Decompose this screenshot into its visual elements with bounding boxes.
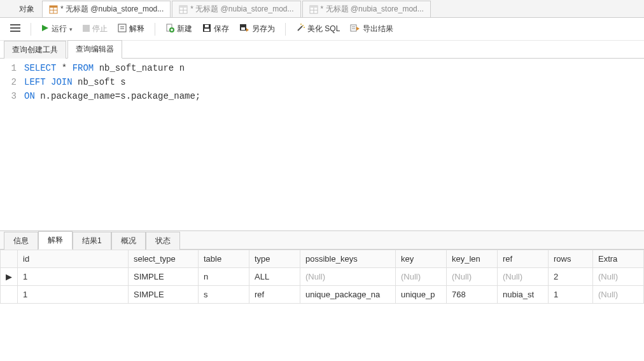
tab-query-builder[interactable]: 查询创建工具 bbox=[4, 41, 66, 59]
svg-marker-15 bbox=[42, 25, 48, 31]
window-tabs: 对象 * 无标题 @nubia_store_mod... * 无标题 @nubi… bbox=[0, 0, 644, 18]
col-header[interactable]: id bbox=[18, 250, 129, 268]
saveas-label: 另存为 bbox=[252, 24, 275, 34]
line-number: 1 bbox=[0, 61, 24, 75]
cell[interactable]: 1 bbox=[549, 286, 593, 304]
cell[interactable]: (Null) bbox=[593, 268, 644, 286]
col-header[interactable]: key bbox=[396, 250, 447, 268]
editor-tabs: 查询创建工具 查询编辑器 bbox=[0, 41, 644, 59]
tab-label: * 无标题 @nubia_store_mod... bbox=[321, 4, 424, 15]
cell[interactable]: 768 bbox=[447, 286, 498, 304]
explain-label: 解释 bbox=[129, 24, 144, 34]
col-header[interactable]: possible_keys bbox=[300, 250, 396, 268]
explain-button[interactable]: 解释 bbox=[114, 21, 148, 37]
cell[interactable]: unique_p bbox=[396, 286, 447, 304]
tab-label: * 无标题 @nubia_store_mod... bbox=[190, 4, 293, 15]
svg-rect-17 bbox=[118, 24, 126, 32]
beautify-label: 美化 SQL bbox=[307, 24, 340, 34]
separator bbox=[31, 23, 31, 36]
sql-editor[interactable]: 1 SELECT * FROM nb_soft_nature n 2 LEFT … bbox=[0, 59, 644, 230]
export-button[interactable]: 导出结果 bbox=[346, 21, 397, 37]
row-indicator bbox=[1, 286, 18, 304]
wand-icon bbox=[296, 24, 305, 34]
svg-point-33 bbox=[304, 27, 305, 28]
col-header[interactable]: table bbox=[199, 250, 249, 268]
separator bbox=[155, 23, 155, 36]
svg-rect-13 bbox=[10, 27, 20, 29]
line-number: 2 bbox=[0, 75, 24, 89]
tab-info[interactable]: 信息 bbox=[4, 232, 38, 250]
svg-rect-5 bbox=[179, 6, 187, 8]
col-header[interactable]: rows bbox=[549, 250, 593, 268]
svg-rect-28 bbox=[241, 27, 245, 30]
svg-rect-12 bbox=[10, 24, 20, 25]
row-indicator: ▶ bbox=[1, 268, 18, 286]
cell[interactable]: s bbox=[199, 286, 249, 304]
tab-overview[interactable]: 概况 bbox=[111, 232, 146, 250]
explain-grid: id select_type table type possible_keys … bbox=[0, 250, 644, 304]
export-label: 导出结果 bbox=[363, 24, 393, 34]
cell[interactable]: nubia_st bbox=[498, 286, 549, 304]
cell[interactable]: (Null) bbox=[300, 268, 396, 286]
svg-marker-29 bbox=[246, 28, 249, 32]
cell[interactable]: (Null) bbox=[396, 268, 447, 286]
row-indicator-header bbox=[1, 250, 18, 268]
beautify-button[interactable]: 美化 SQL bbox=[292, 21, 344, 37]
col-header[interactable]: key_len bbox=[447, 250, 498, 268]
cell[interactable]: ALL bbox=[249, 268, 300, 286]
new-button[interactable]: 新建 bbox=[162, 21, 196, 37]
new-label: 新建 bbox=[177, 24, 192, 34]
col-header[interactable]: type bbox=[249, 250, 300, 268]
svg-point-32 bbox=[300, 24, 302, 25]
cell[interactable]: ref bbox=[249, 286, 300, 304]
table-icon bbox=[309, 5, 318, 14]
tab-result1[interactable]: 结果1 bbox=[73, 232, 111, 250]
svg-marker-37 bbox=[356, 27, 360, 31]
menu-icon bbox=[10, 24, 20, 34]
cell[interactable]: (Null) bbox=[593, 286, 644, 304]
tab-query-3[interactable]: * 无标题 @nubia_store_mod... bbox=[302, 1, 431, 17]
play-icon bbox=[41, 24, 49, 34]
svg-rect-34 bbox=[351, 25, 356, 31]
cell[interactable]: (Null) bbox=[447, 268, 498, 286]
cell[interactable]: 1 bbox=[18, 268, 129, 286]
cell[interactable]: n bbox=[199, 268, 249, 286]
tab-query-2[interactable]: * 无标题 @nubia_store_mod... bbox=[172, 1, 300, 17]
cell[interactable]: unique_package_na bbox=[300, 286, 396, 304]
cell[interactable]: 1 bbox=[18, 286, 129, 304]
run-label: 运行 bbox=[52, 24, 67, 34]
tab-status[interactable]: 状态 bbox=[146, 232, 180, 250]
tab-query-editor[interactable]: 查询编辑器 bbox=[67, 40, 122, 59]
svg-line-30 bbox=[298, 26, 302, 31]
tab-label: * 无标题 @nubia_store_mod... bbox=[60, 4, 164, 15]
col-header[interactable]: select_type bbox=[129, 250, 199, 268]
table-row[interactable]: 1SIMPLEsrefunique_package_naunique_p768n… bbox=[1, 286, 644, 304]
col-header[interactable]: Extra bbox=[593, 250, 644, 268]
cell[interactable]: SIMPLE bbox=[129, 268, 199, 286]
tab-explain[interactable]: 解释 bbox=[38, 231, 73, 250]
save-button[interactable]: 保存 bbox=[199, 21, 233, 37]
export-icon bbox=[350, 24, 360, 34]
stop-label: 停止 bbox=[92, 24, 108, 34]
explain-icon bbox=[118, 24, 127, 34]
svg-rect-9 bbox=[310, 6, 318, 8]
menu-button[interactable] bbox=[6, 21, 24, 37]
svg-rect-14 bbox=[10, 31, 20, 32]
table-row[interactable]: ▶1SIMPLEnALL(Null)(Null)(Null)(Null)2(Nu… bbox=[1, 268, 644, 286]
col-header[interactable]: ref bbox=[498, 250, 549, 268]
svg-point-31 bbox=[302, 25, 304, 26]
new-icon bbox=[165, 24, 174, 34]
run-button[interactable]: 运行 ▾ bbox=[38, 21, 76, 37]
stop-button[interactable]: 停止 bbox=[79, 21, 111, 37]
saveas-button[interactable]: 另存为 bbox=[235, 21, 279, 37]
separator bbox=[285, 23, 286, 36]
svg-rect-26 bbox=[205, 25, 209, 27]
tab-query-active[interactable]: * 无标题 @nubia_store_mod... bbox=[42, 1, 171, 17]
cell[interactable]: (Null) bbox=[498, 268, 549, 286]
line-number: 3 bbox=[0, 89, 24, 103]
save-icon bbox=[202, 24, 211, 34]
cell[interactable]: SIMPLE bbox=[129, 286, 199, 304]
cell[interactable]: 2 bbox=[549, 268, 593, 286]
tab-objects[interactable]: 对象 bbox=[13, 1, 41, 17]
saveas-icon bbox=[239, 24, 249, 34]
